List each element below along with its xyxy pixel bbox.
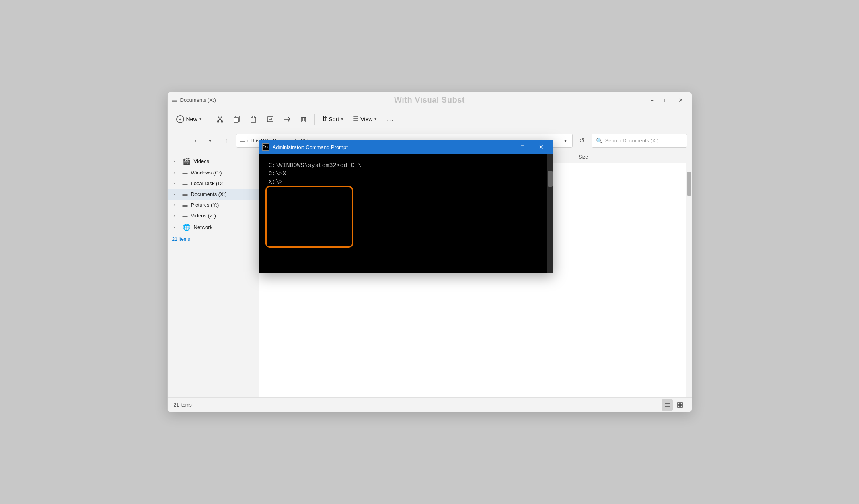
sidebar-label-videos-z: Videos (Z:) — [191, 213, 216, 219]
sort-icon: ⇵ — [322, 115, 327, 123]
up-button[interactable]: ↑ — [220, 134, 233, 147]
videos-icon: 🎬 — [183, 157, 191, 165]
path-sep-1: › — [247, 138, 248, 143]
scrollbar-thumb[interactable] — [687, 172, 691, 196]
copy-icon — [233, 116, 240, 123]
cmd-close-button[interactable]: ✕ — [532, 141, 550, 153]
cut-button[interactable] — [212, 112, 228, 127]
list-view-button[interactable] — [662, 399, 673, 411]
chevron-local-disk-d-icon: › — [174, 181, 179, 186]
delete-button[interactable] — [296, 112, 311, 127]
svg-rect-23 — [680, 405, 682, 407]
cmd-maximize-button[interactable]: □ — [514, 141, 532, 153]
sidebar-label-documents-x: Documents (X:) — [191, 191, 227, 197]
cmd-title-text: Administrator: Command Prompt — [273, 144, 348, 150]
window-icon: ▬ — [172, 97, 177, 103]
share-button[interactable] — [279, 112, 294, 127]
path-drive-icon: ▬ — [240, 138, 245, 143]
svg-rect-20 — [678, 403, 680, 405]
chevron-videos-icon: › — [174, 159, 179, 163]
paste-icon — [250, 116, 257, 123]
sidebar-item-network[interactable]: › 🌐 Network — [168, 221, 259, 233]
sidebar-item-documents-x[interactable]: › ▬ Documents (X:) — [168, 189, 259, 200]
col-size: Size — [576, 153, 679, 161]
chevron-network-icon: › — [174, 225, 179, 229]
cmd-app-icon: C:\ — [262, 143, 269, 151]
grid-view-icon — [677, 402, 683, 408]
sidebar-item-pictures-y[interactable]: › ▬ Pictures (Y:) — [168, 200, 259, 210]
svg-rect-12 — [302, 117, 306, 122]
back-button[interactable]: ← — [172, 134, 185, 147]
sort-button[interactable]: ⇵ Sort ▾ — [318, 112, 348, 127]
toolbar-separator-2 — [314, 114, 315, 125]
sidebar-item-local-disk-d[interactable]: › ▬ Local Disk (D:) — [168, 178, 259, 189]
recent-button[interactable]: ▾ — [204, 134, 217, 147]
cmd-scrollbar-thumb[interactable] — [548, 171, 553, 187]
cmd-window: C:\ Administrator: Command Prompt − □ ✕ … — [259, 140, 553, 273]
new-label: New — [186, 116, 197, 122]
view-chevron-icon: ▾ — [374, 116, 377, 122]
chevron-pictures-y-icon: › — [174, 203, 179, 207]
sort-label: Sort — [329, 116, 339, 122]
search-icon: 🔍 — [596, 138, 603, 144]
more-options-button[interactable]: … — [382, 112, 397, 127]
share-icon — [283, 116, 290, 123]
sort-chevron-icon: ▾ — [341, 116, 343, 122]
cmd-line-1: C:\WINDOWS\system32>cd C:\ — [269, 162, 544, 169]
close-button[interactable]: ✕ — [674, 95, 687, 106]
svg-point-2 — [217, 121, 219, 122]
paste-button[interactable] — [246, 112, 261, 127]
cmd-highlight-box — [265, 186, 353, 248]
forward-button[interactable]: → — [188, 134, 201, 147]
svg-point-3 — [221, 121, 223, 122]
toolbar: + New ▾ — [168, 108, 692, 130]
new-button[interactable]: + New ▾ — [172, 112, 206, 127]
cmd-controls: − □ ✕ — [495, 141, 550, 153]
drive-windows-c-icon: ▬ — [183, 170, 188, 176]
cmd-scrollbar[interactable] — [547, 154, 553, 273]
drive-pictures-y-icon: ▬ — [183, 202, 188, 208]
sidebar: › 🎬 Videos › ▬ Windows (C:) › ▬ Local Di… — [168, 151, 259, 397]
address-dropdown-icon[interactable]: ▾ — [563, 138, 568, 143]
cmd-minimize-button[interactable]: − — [495, 141, 514, 153]
status-bar: 21 items — [168, 397, 692, 412]
file-explorer-window: ▬ Documents (X:) With Visual Subst − □ ✕… — [167, 92, 692, 412]
drive-documents-x-icon: ▬ — [183, 191, 188, 197]
drive-videos-z-icon: ▬ — [183, 213, 188, 219]
sidebar-label-network: Network — [194, 224, 213, 230]
sidebar-footer-items: 21 items — [168, 233, 259, 245]
scrollbar[interactable] — [686, 151, 692, 397]
items-count: 21 items — [172, 236, 190, 242]
chevron-windows-c-icon: › — [174, 171, 179, 175]
rename-icon — [267, 116, 274, 123]
cmd-title-bar: C:\ Administrator: Command Prompt − □ ✕ — [259, 140, 553, 154]
cut-icon — [216, 116, 224, 123]
title-bar: ▬ Documents (X:) With Visual Subst − □ ✕ — [168, 92, 692, 108]
sidebar-item-windows-c[interactable]: › ▬ Windows (C:) — [168, 167, 259, 178]
sidebar-label-videos: Videos — [194, 158, 210, 164]
view-label: View — [360, 116, 372, 122]
search-box[interactable]: 🔍 Search Documents (X:) — [592, 134, 687, 148]
sidebar-item-videos-z[interactable]: › ▬ Videos (Z:) — [168, 210, 259, 221]
grid-view-button[interactable] — [674, 399, 686, 411]
plus-icon: + — [176, 115, 184, 123]
svg-rect-7 — [252, 116, 255, 118]
rename-button[interactable] — [263, 112, 278, 127]
sidebar-label-pictures-y: Pictures (Y:) — [191, 202, 219, 208]
status-items-count: 21 items — [174, 402, 192, 408]
copy-button[interactable] — [229, 112, 244, 127]
view-button[interactable]: ☰ View ▾ — [349, 112, 381, 127]
cmd-line-3: C:\>X: — [269, 171, 544, 177]
svg-rect-5 — [234, 117, 238, 122]
sidebar-label-local-disk-d: Local Disk (D:) — [191, 180, 225, 186]
refresh-button[interactable]: ↺ — [576, 134, 588, 147]
view-icon: ☰ — [353, 115, 358, 123]
cmd-title-left: C:\ Administrator: Command Prompt — [262, 143, 348, 151]
maximize-button[interactable]: □ — [660, 95, 673, 106]
minimize-button[interactable]: − — [646, 95, 658, 106]
new-chevron-icon: ▾ — [199, 116, 202, 122]
sidebar-label-windows-c: Windows (C:) — [191, 170, 222, 176]
chevron-videos-z-icon: › — [174, 213, 179, 218]
sidebar-item-videos[interactable]: › 🎬 Videos — [168, 155, 259, 167]
network-icon: 🌐 — [183, 223, 191, 231]
